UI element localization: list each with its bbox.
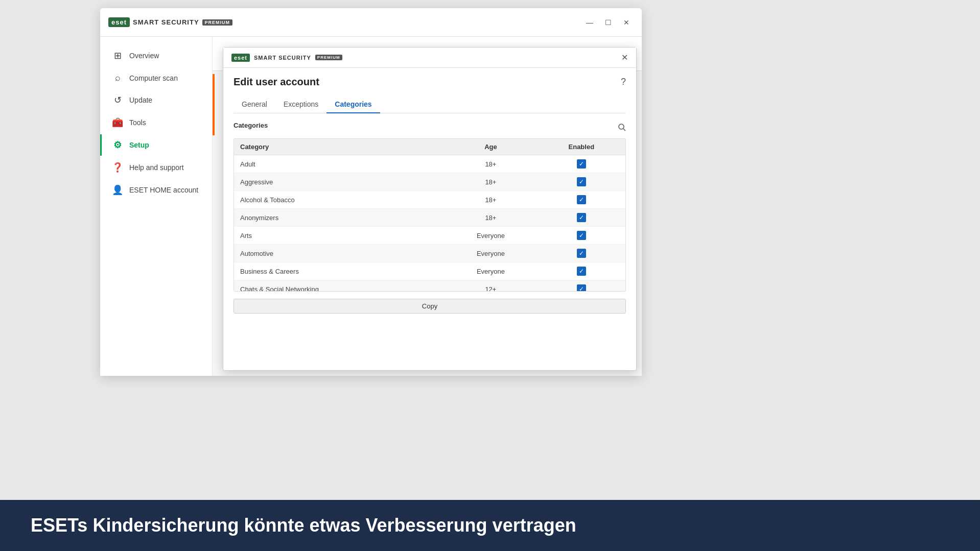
checkbox-checked-icon: ✓ <box>577 231 586 240</box>
cell-category: Anonymizers <box>234 209 444 227</box>
svg-point-0 <box>619 124 624 129</box>
sidebar-item-eset-home[interactable]: 👤 ESET HOME account <box>100 179 212 201</box>
cell-category: Aggressive <box>234 173 444 191</box>
cell-enabled[interactable]: ✓ <box>538 173 625 191</box>
copy-button[interactable]: Copy <box>234 299 626 314</box>
cell-age: 18+ <box>444 173 537 191</box>
computer-scan-icon: ⌕ <box>112 73 123 83</box>
cell-enabled[interactable]: ✓ <box>538 280 625 292</box>
eset-home-icon: 👤 <box>112 184 123 196</box>
smart-security-text: SMART SECURITY <box>133 18 199 26</box>
categories-table-container: Category Age Enabled Adult18+✓Aggressive… <box>234 138 626 292</box>
checkbox-checked-icon: ✓ <box>577 267 586 276</box>
sidebar-label-eset-home: ESET HOME account <box>129 186 198 194</box>
eset-logo: eset SMART SECURITY PREMIUM <box>108 17 232 27</box>
cell-enabled[interactable]: ✓ <box>538 227 625 245</box>
cell-category: Arts <box>234 227 444 245</box>
eset-logo-box: eset <box>108 17 130 27</box>
table-row: Adult18+✓ <box>234 155 625 173</box>
cell-age: 12+ <box>444 280 537 292</box>
sidebar-label-setup: Setup <box>129 141 149 149</box>
sidebar-item-tools[interactable]: 🧰 Tools <box>100 112 212 133</box>
title-bar-controls: — ☐ ✕ <box>582 15 634 30</box>
categories-table: Category Age Enabled Adult18+✓Aggressive… <box>234 139 625 292</box>
edit-user-modal: eset SMART SECURITY PREMIUM ✕ Edit user … <box>223 47 637 371</box>
table-row: Chats & Social Networking12+✓ <box>234 280 625 292</box>
cell-enabled[interactable]: ✓ <box>538 155 625 173</box>
modal-help-button[interactable]: ? <box>621 77 626 87</box>
cell-age: 18+ <box>444 191 537 209</box>
modal-premium-badge: PREMIUM <box>315 55 342 60</box>
accent-bar <box>213 74 215 135</box>
tab-general[interactable]: General <box>234 96 275 113</box>
main-body: ⊞ Overview ⌕ Computer scan ↺ Update 🧰 To… <box>100 37 642 376</box>
title-bar-left: eset SMART SECURITY PREMIUM <box>108 17 232 27</box>
checkbox-checked-icon: ✓ <box>577 159 586 169</box>
cell-enabled[interactable]: ✓ <box>538 191 625 209</box>
help-icon: ❓ <box>112 162 123 173</box>
modal-logo-box: eset <box>231 54 250 62</box>
table-row: AutomotiveEveryone✓ <box>234 245 625 262</box>
checkbox-checked-icon: ✓ <box>577 177 586 186</box>
premium-badge: PREMIUM <box>202 19 233 26</box>
close-window-button[interactable]: ✕ <box>619 15 634 30</box>
modal-tabs: General Exceptions Categories <box>234 96 626 113</box>
categories-label: Categories <box>234 122 268 129</box>
sidebar-label-update: Update <box>129 96 152 104</box>
modal-logo: eset SMART SECURITY PREMIUM <box>231 54 342 62</box>
sidebar-label-computer-scan: Computer scan <box>129 74 178 82</box>
cell-age: 18+ <box>444 209 537 227</box>
sidebar-label-overview: Overview <box>129 52 159 60</box>
cell-enabled[interactable]: ✓ <box>538 262 625 280</box>
cell-age: Everyone <box>444 227 537 245</box>
col-header-age: Age <box>444 139 537 155</box>
cell-age: 18+ <box>444 155 537 173</box>
sidebar-item-setup[interactable]: ⚙ Setup <box>100 134 212 156</box>
cell-enabled[interactable]: ✓ <box>538 245 625 262</box>
table-row: ArtsEveryone✓ <box>234 227 625 245</box>
checkbox-checked-icon: ✓ <box>577 249 586 258</box>
table-row: Anonymizers18+✓ <box>234 209 625 227</box>
sidebar-item-update[interactable]: ↺ Update <box>100 89 212 111</box>
cell-category: Adult <box>234 155 444 173</box>
sidebar-item-overview[interactable]: ⊞ Overview <box>100 45 212 66</box>
modal-title: Edit user account <box>234 76 319 88</box>
cell-age: Everyone <box>444 262 537 280</box>
modal-body: Edit user account ? General Exceptions C… <box>223 68 636 370</box>
cell-category: Automotive <box>234 245 444 262</box>
cell-category: Alcohol & Tobacco <box>234 191 444 209</box>
table-row: Aggressive18+✓ <box>234 173 625 191</box>
main-window: eset SMART SECURITY PREMIUM — ☐ ✕ ⊞ Over… <box>100 8 642 376</box>
sidebar-item-help[interactable]: ❓ Help and support <box>100 157 212 178</box>
overview-icon: ⊞ <box>112 50 123 61</box>
tab-exceptions[interactable]: Exceptions <box>275 96 326 113</box>
minimize-button[interactable]: — <box>582 15 597 30</box>
title-bar: eset SMART SECURITY PREMIUM — ☐ ✕ <box>100 8 642 37</box>
categories-search-button[interactable] <box>618 123 626 133</box>
search-icon <box>618 123 626 131</box>
table-row: Business & CareersEveryone✓ <box>234 262 625 280</box>
bottom-banner-text: ESETs Kindersicherung könnte etwas Verbe… <box>31 515 576 536</box>
maximize-button[interactable]: ☐ <box>601 15 615 30</box>
checkbox-checked-icon: ✓ <box>577 284 586 292</box>
svg-line-1 <box>623 129 625 131</box>
checkbox-checked-icon: ✓ <box>577 195 586 204</box>
modal-header: eset SMART SECURITY PREMIUM ✕ <box>223 47 636 68</box>
tools-icon: 🧰 <box>112 117 123 128</box>
col-header-enabled: Enabled <box>538 139 625 155</box>
cell-age: Everyone <box>444 245 537 262</box>
setup-icon: ⚙ <box>112 139 123 151</box>
modal-close-button[interactable]: ✕ <box>621 53 628 62</box>
content-area: ◀ Parental Control ↺ ? eset SMART SECURI… <box>213 37 642 376</box>
cell-category: Business & Careers <box>234 262 444 280</box>
modal-logo-text: SMART SECURITY <box>254 55 311 61</box>
sidebar-label-tools: Tools <box>129 118 146 127</box>
tab-categories[interactable]: Categories <box>326 96 380 113</box>
sidebar-label-help: Help and support <box>129 163 184 172</box>
sidebar-item-computer-scan[interactable]: ⌕ Computer scan <box>100 67 212 88</box>
table-row: Alcohol & Tobacco18+✓ <box>234 191 625 209</box>
update-icon: ↺ <box>112 94 123 106</box>
checkbox-checked-icon: ✓ <box>577 213 586 222</box>
cell-enabled[interactable]: ✓ <box>538 209 625 227</box>
bottom-banner: ESETs Kindersicherung könnte etwas Verbe… <box>0 500 980 551</box>
